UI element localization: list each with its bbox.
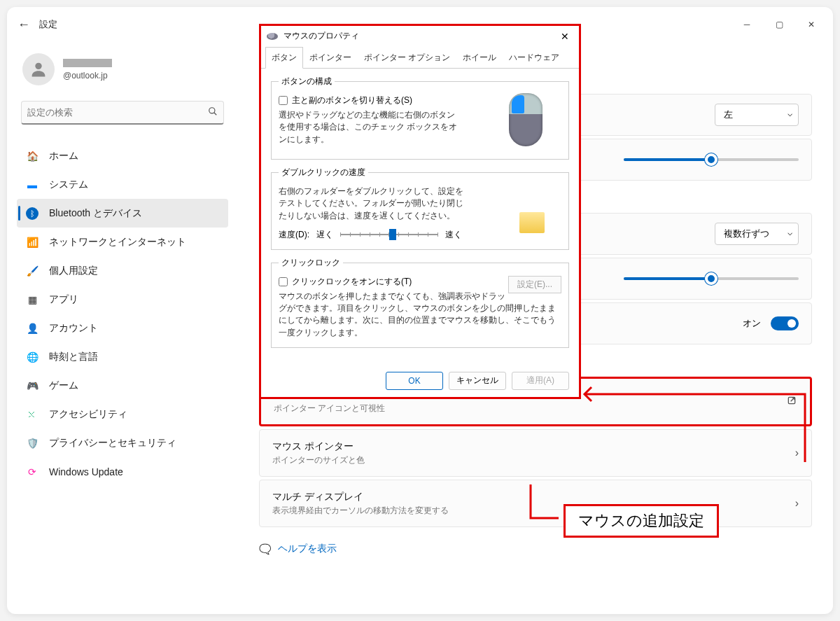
mouse-icon [267, 33, 278, 40]
help-link[interactable]: 🗨️ ヘルプを表示 [259, 543, 812, 555]
nav-list: 🏠ホーム ▬システム ᛒBluetooth とデバイス 📶ネットワークとインター… [17, 141, 228, 486]
tab-buttons[interactable]: ボタン [265, 47, 303, 69]
search-box[interactable] [21, 101, 224, 125]
dialog-titlebar: マウスのプロパティ ✕ [261, 26, 579, 46]
double-click-group: ダブルクリックの速度 右側のフォルダーをダブルクリックして、設定をテストしてくだ… [271, 167, 569, 250]
ok-button[interactable]: OK [386, 372, 443, 390]
hover-scroll-toggle[interactable] [771, 316, 799, 330]
double-click-speed-slider[interactable] [340, 234, 438, 235]
nav-bluetooth-devices[interactable]: ᛒBluetooth とデバイス [17, 199, 228, 228]
minimize-button[interactable]: ─ [731, 12, 763, 37]
toggle-label: オン [743, 317, 761, 330]
update-icon: ⟳ [25, 465, 39, 479]
globe-icon: 🌐 [25, 350, 39, 364]
accessibility-icon: ⛌ [25, 407, 39, 421]
back-button[interactable]: ← [13, 13, 35, 36]
nav-personalization[interactable]: 🖌️個人用設定 [17, 256, 228, 285]
search-input[interactable] [27, 107, 208, 118]
nav-network[interactable]: 📶ネットワークとインターネット [17, 228, 228, 256]
primary-button-select[interactable]: 左 [715, 104, 799, 126]
nav-system[interactable]: ▬システム [17, 170, 228, 199]
help-icon: 🗨️ [259, 543, 271, 554]
system-icon: ▬ [25, 178, 39, 192]
nav-accounts[interactable]: 👤アカウント [17, 314, 228, 342]
mouse-properties-dialog: マウスのプロパティ ✕ ボタン ポインター ポインター オプション ホイール ハ… [259, 24, 581, 399]
tab-pointer-options[interactable]: ポインター オプション [358, 47, 456, 69]
tab-wheel[interactable]: ホイール [456, 47, 503, 69]
svg-point-1 [209, 107, 215, 113]
account-icon: 👤 [25, 321, 39, 335]
chevron-right-icon: › [795, 497, 799, 510]
popout-icon [786, 395, 797, 409]
search-icon [208, 106, 218, 119]
bluetooth-icon: ᛒ [25, 207, 39, 221]
tab-pointer[interactable]: ポインター [303, 47, 358, 69]
shield-icon: 🛡️ [25, 436, 39, 450]
svg-point-0 [35, 63, 41, 69]
mouse-pointer-row[interactable]: マウス ポインター ポインターのサイズと色 › [259, 429, 812, 477]
dialog-close-button[interactable]: ✕ [556, 31, 573, 42]
lines-slider[interactable] [624, 277, 799, 280]
maximize-button[interactable]: ▢ [763, 12, 795, 37]
apply-button: 適用(A) [512, 372, 569, 390]
multi-display-row[interactable]: マルチ ディスプレイ 表示境界経由でカーソルの移動方法を変更する › [259, 480, 812, 527]
sidebar: @outlook.jp 🏠ホーム ▬システム ᛒBluetooth とデバイス … [7, 42, 238, 614]
nav-privacy[interactable]: 🛡️プライバシーとセキュリティ [17, 428, 228, 457]
button-config-group: ボタンの構成 主と副のボタンを切り替える(S) 選択やドラッグなどの主な機能に右… [271, 76, 569, 160]
cancel-button[interactable]: キャンセル [449, 372, 506, 390]
wifi-icon: 📶 [25, 235, 39, 249]
clicklock-group: クリックロック 設定(E)... クリックロックをオンにする(T) マウスのボタ… [271, 257, 569, 348]
clicklock-settings-button: 設定(E)... [508, 276, 561, 293]
brush-icon: 🖌️ [25, 264, 39, 278]
nav-time-language[interactable]: 🌐時刻と言語 [17, 342, 228, 371]
window-title: 設定 [39, 18, 57, 31]
profile-name-redacted [63, 59, 112, 67]
chevron-right-icon: › [795, 447, 799, 459]
nav-apps[interactable]: ▦アプリ [17, 285, 228, 314]
nav-gaming[interactable]: 🎮ゲーム [17, 371, 228, 400]
avatar [22, 53, 55, 85]
nav-home[interactable]: 🏠ホーム [17, 141, 228, 170]
annotation-box: マウスの追加設定 [564, 504, 719, 538]
folder-icon[interactable] [519, 212, 545, 233]
apps-icon: ▦ [25, 293, 39, 307]
dialog-title: マウスのプロパティ [284, 30, 359, 42]
close-button[interactable]: ✕ [795, 12, 827, 37]
profile-block[interactable]: @outlook.jp [22, 53, 223, 85]
home-icon: 🏠 [25, 149, 39, 163]
svg-line-2 [214, 112, 217, 115]
cursor-speed-slider[interactable] [624, 158, 799, 161]
clicklock-checkbox[interactable]: クリックロックをオンにする(T) [279, 276, 508, 288]
profile-email: @outlook.jp [63, 71, 112, 81]
dialog-tabs: ボタン ポインター ポインター オプション ホイール ハードウェア [261, 46, 579, 69]
nav-windows-update[interactable]: ⟳Windows Update [17, 457, 228, 486]
roll-wheel-select[interactable]: 複数行ずつ [715, 223, 799, 245]
tab-hardware[interactable]: ハードウェア [503, 47, 566, 69]
mouse-illustration [501, 93, 550, 163]
nav-accessibility[interactable]: ⛌アクセシビリティ [17, 400, 228, 428]
gamepad-icon: 🎮 [25, 379, 39, 393]
